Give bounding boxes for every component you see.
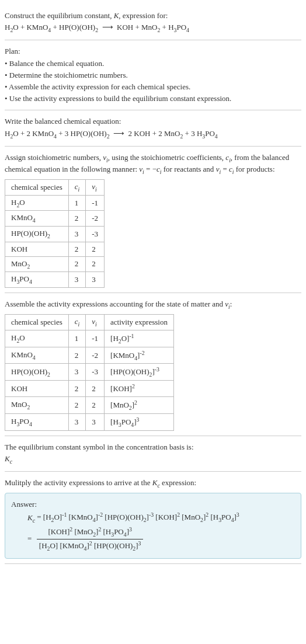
cell-species: H3PO4 — [5, 272, 69, 288]
cell-vi: 2 — [86, 256, 105, 272]
cell-species: MnO2 — [5, 396, 69, 413]
table-row: HP(O)(OH)23-3[HP(O)(OH)2]-3 — [5, 364, 174, 381]
table-row: H2O1-1 — [5, 195, 105, 211]
fraction: [KOH]2 [MnO2]2 [H3PO4]3 [H2O] [KMnO4]2 [… — [37, 525, 144, 552]
cell-species: KMnO4 — [5, 211, 69, 227]
stoich-table: chemical species ci νi H2O1-1 KMnO42-2 H… — [5, 179, 105, 288]
answer-box: Answer: Kc = [H2O]-1 [KMnO4]-2 [HP(O)(OH… — [5, 493, 301, 559]
cell-activity: [KOH]2 — [105, 381, 174, 396]
plan-bullet: • Balance the chemical equation. — [5, 58, 301, 69]
stoich-block: Assign stoichiometric numbers, νi, using… — [5, 147, 301, 293]
cell-ci: 2 — [68, 381, 86, 396]
cell-activity: [H2O]-1 — [105, 330, 174, 347]
stoich-intro: Assign stoichiometric numbers, νi, using… — [5, 152, 301, 176]
cell-vi: 2 — [86, 381, 105, 396]
cell-activity: [HP(O)(OH)2]-3 — [105, 364, 174, 381]
col-vi: νi — [86, 180, 105, 196]
plan-block: Plan: • Balance the chemical equation. •… — [5, 40, 301, 110]
table-row: H2O1-1[H2O]-1 — [5, 330, 174, 347]
col-vi: νi — [86, 315, 105, 330]
question-title: Construct the equilibrium constant, K, e… — [5, 11, 301, 21]
cell-species: H2O — [5, 330, 69, 347]
question-block: Construct the equilibrium constant, K, e… — [5, 5, 301, 40]
plan-bullet: • Determine the stoichiometric numbers. — [5, 70, 301, 81]
fraction-denominator: [H2O] [KMnO4]2 [HP(O)(OH)2]3 — [37, 539, 144, 553]
unbalanced-equation: H2O + KMnO4 + HP(O)(OH)2 ⟶ KOH + MnO2 + … — [5, 22, 301, 34]
cell-vi: 3 — [86, 272, 105, 288]
table-row: KMnO42-2 — [5, 211, 105, 227]
activity-intro: Assemble the activity expressions accoun… — [5, 299, 301, 311]
cell-ci: 2 — [68, 347, 86, 364]
cell-species: KOH — [5, 381, 69, 396]
col-ci: ci — [68, 315, 86, 330]
cell-species: HP(O)(OH)2 — [5, 227, 69, 242]
cell-ci: 3 — [68, 272, 86, 288]
cell-species: KOH — [5, 242, 69, 256]
balanced-equation: H2O + 2 KMnO4 + 3 HP(O)(OH)2 ⟶ 2 KOH + 2… — [5, 128, 301, 140]
kc-symbol-intro: The equilibrium constant symbol in the c… — [5, 442, 301, 452]
cell-species: MnO2 — [5, 256, 69, 272]
col-activity: activity expression — [105, 315, 174, 330]
cell-species: KMnO4 — [5, 347, 69, 364]
table-row: HP(O)(OH)23-3 — [5, 227, 105, 242]
cell-vi: 2 — [86, 396, 105, 413]
cell-ci: 3 — [68, 227, 86, 242]
answer-line1: Kc = [H2O]-1 [KMnO4]-2 [HP(O)(OH)2]-3 [K… — [27, 511, 295, 524]
cell-activity: [KMnO4]-2 — [105, 347, 174, 364]
cell-ci: 1 — [68, 330, 86, 347]
table-row: MnO222 — [5, 256, 105, 272]
multiply-intro: Mulitply the activity expressions to arr… — [5, 478, 301, 489]
table-row: MnO222[MnO2]2 — [5, 396, 174, 413]
cell-ci: 2 — [68, 242, 86, 256]
cell-ci: 3 — [68, 364, 86, 381]
table-row: KOH22[KOH]2 — [5, 381, 174, 396]
plan-bullet: • Use the activity expressions to build … — [5, 93, 301, 104]
answer-line2: = [KOH]2 [MnO2]2 [H3PO4]3 [H2O] [KMnO4]2… — [27, 525, 295, 552]
cell-vi: -1 — [86, 330, 105, 347]
cell-vi: -3 — [86, 364, 105, 381]
col-species: chemical species — [5, 180, 69, 196]
fraction-numerator: [KOH]2 [MnO2]2 [H3PO4]3 — [37, 525, 144, 539]
cell-activity: [H3PO4]3 — [105, 413, 174, 430]
balanced-block: Write the balanced chemical equation: H2… — [5, 110, 301, 146]
col-species: chemical species — [5, 315, 69, 330]
cell-vi: 2 — [86, 242, 105, 256]
table-row: H3PO433 — [5, 272, 105, 288]
cell-vi: -3 — [86, 227, 105, 242]
cell-ci: 3 — [68, 413, 86, 430]
cell-species: HP(O)(OH)2 — [5, 364, 69, 381]
cell-vi: -2 — [86, 211, 105, 227]
balanced-title: Write the balanced chemical equation: — [5, 116, 301, 127]
plan-title: Plan: — [5, 46, 301, 57]
cell-ci: 2 — [68, 256, 86, 272]
cell-species: H3PO4 — [5, 413, 69, 430]
table-row: KMnO42-2[KMnO4]-2 — [5, 347, 174, 364]
plan-bullet: • Assemble the activity expression for e… — [5, 82, 301, 92]
answer-label: Answer: — [11, 499, 295, 510]
cell-ci: 1 — [68, 195, 86, 211]
cell-vi: -2 — [86, 347, 105, 364]
cell-ci: 2 — [68, 396, 86, 413]
kc-symbol-block: The equilibrium constant symbol in the c… — [5, 436, 301, 472]
table-header-row: chemical species ci νi activity expressi… — [5, 315, 174, 330]
activity-table: chemical species ci νi activity expressi… — [5, 314, 174, 431]
activity-block: Assemble the activity expressions accoun… — [5, 293, 301, 436]
table-header-row: chemical species ci νi — [5, 180, 105, 196]
multiply-block: Mulitply the activity expressions to arr… — [5, 472, 301, 564]
table-row: KOH22 — [5, 242, 105, 256]
cell-activity: [MnO2]2 — [105, 396, 174, 413]
kc-symbol: Kc — [5, 454, 301, 465]
cell-species: H2O — [5, 195, 69, 211]
col-ci: ci — [68, 180, 86, 196]
cell-vi: -1 — [86, 195, 105, 211]
table-row: H3PO433[H3PO4]3 — [5, 413, 174, 430]
cell-ci: 2 — [68, 211, 86, 227]
cell-vi: 3 — [86, 413, 105, 430]
